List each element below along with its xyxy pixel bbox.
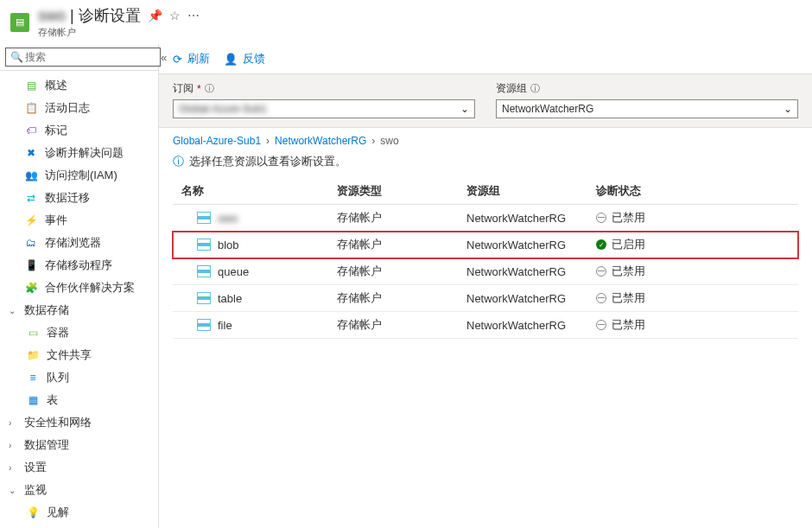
status-disabled-icon: [596, 213, 606, 223]
chevron-right-icon: ›: [9, 463, 17, 473]
chevron-right-icon: ›: [9, 441, 17, 450]
sidebar-item-activity-log[interactable]: 📋活动日志: [0, 97, 158, 119]
fileshare-icon: 📁: [26, 348, 40, 362]
storage-icon: [197, 292, 211, 304]
row-type: 存储帐户: [337, 264, 466, 279]
page-subtitle: 存储帐户: [38, 26, 200, 39]
resources-table: 名称 资源类型 资源组 诊断状态 swo存储帐户NetworkWatcherRG…: [159, 178, 812, 339]
info-icon: ⓘ: [530, 82, 540, 95]
table-row[interactable]: file存储帐户NetworkWatcherRG已禁用: [173, 312, 798, 339]
resource-group-select[interactable]: NetworkWatcherRG⌄: [496, 99, 798, 118]
search-input[interactable]: [5, 48, 161, 67]
mobile-icon: 📱: [24, 258, 38, 272]
sidebar-group-security[interactable]: ›安全性和网络: [0, 411, 158, 434]
tag-icon: 🏷: [24, 124, 38, 137]
puzzle-icon: 🧩: [24, 281, 38, 295]
sidebar-group-monitoring[interactable]: ⌄监视: [0, 479, 158, 501]
title-separator: |: [70, 7, 79, 24]
row-rg: NetworkWatcherRG: [466, 265, 596, 278]
more-icon[interactable]: ⋯: [187, 9, 200, 22]
chevron-down-icon: ⌄: [460, 103, 469, 115]
col-type: 资源类型: [337, 183, 466, 199]
table-row[interactable]: swo存储帐户NetworkWatcherRG已禁用: [173, 205, 798, 232]
row-name: blob: [218, 239, 239, 251]
star-icon[interactable]: ☆: [169, 9, 181, 22]
chevron-down-icon: ⌄: [783, 103, 792, 115]
sidebar-group-data-management[interactable]: ›数据管理: [0, 434, 158, 456]
info-icon: ⓘ: [205, 82, 214, 95]
chevron-right-icon: ›: [371, 135, 375, 147]
sidebar-item-partner-solutions[interactable]: 🧩合作伙伴解决方案: [0, 277, 158, 299]
status-disabled-icon: [596, 320, 606, 330]
row-name: swo: [218, 212, 238, 225]
row-status: 已禁用: [596, 264, 717, 279]
subscription-label: 订阅*ⓘ: [173, 81, 475, 96]
chevron-right-icon: ›: [266, 135, 270, 147]
lightning-icon: ⚡: [24, 213, 38, 227]
people-icon: 👥: [24, 169, 38, 182]
col-status: 诊断状态: [596, 183, 717, 199]
sidebar-item-diagnose-solve[interactable]: ✖诊断并解决问题: [0, 142, 158, 164]
sidebar-item-overview[interactable]: ▤概述: [0, 74, 158, 97]
chevron-down-icon: ⌄: [9, 306, 17, 315]
info-icon: ⓘ: [173, 154, 184, 169]
overview-icon: ▤: [24, 79, 38, 92]
chevron-down-icon: ⌄: [9, 486, 17, 495]
row-name: file: [218, 319, 232, 332]
sidebar: 🔍 « ▤概述 📋活动日志 🏷标记 ✖诊断并解决问题 👥访问控制(IAM) ⇄数…: [0, 44, 159, 528]
filter-bar: 订阅*ⓘ Global-Azure-Sub1⌄ 资源组ⓘ NetworkWatc…: [159, 73, 812, 128]
sidebar-item-tags[interactable]: 🏷标记: [0, 119, 158, 142]
row-rg: NetworkWatcherRG: [466, 239, 596, 251]
table-icon: ▦: [26, 393, 40, 407]
row-rg: NetworkWatcherRG: [466, 319, 596, 332]
sidebar-group-data-storage[interactable]: ⌄数据存储: [0, 299, 158, 321]
storage-account-icon: ▤: [10, 13, 29, 32]
log-icon: 📋: [24, 101, 38, 115]
table-row[interactable]: queue存储帐户NetworkWatcherRG已禁用: [173, 258, 798, 285]
resource-name: swo: [38, 7, 66, 24]
sidebar-group-settings[interactable]: ›设置: [0, 456, 158, 479]
breadcrumb-subscription[interactable]: Global-Azure-Sub1: [173, 135, 261, 147]
refresh-button[interactable]: ⟳刷新: [173, 51, 210, 67]
row-type: 存储帐户: [337, 317, 466, 333]
feedback-button[interactable]: 👤反馈: [224, 51, 265, 67]
hint-row: ⓘ 选择任意资源以查看诊断设置。: [159, 150, 812, 178]
sidebar-item-tables[interactable]: ▦表: [0, 389, 158, 411]
sidebar-item-containers[interactable]: ▭容器: [0, 321, 158, 344]
sidebar-item-migration[interactable]: ⇄数据迁移: [0, 187, 158, 209]
row-type: 存储帐户: [337, 210, 466, 226]
container-icon: ▭: [26, 326, 40, 340]
row-type: 存储帐户: [337, 237, 466, 252]
main-content: ⟳刷新 👤反馈 订阅*ⓘ Global-Azure-Sub1⌄ 资源组ⓘ Net…: [159, 44, 812, 528]
pin-icon[interactable]: 📌: [148, 9, 162, 22]
col-name: 名称: [181, 183, 337, 199]
sidebar-item-alerts[interactable]: 🔔提醒: [0, 524, 158, 528]
queue-icon: ≡: [26, 371, 40, 385]
sidebar-item-storage-mobile[interactable]: 📱存储移动程序: [0, 254, 158, 277]
sidebar-item-storage-browser[interactable]: 🗂存储浏览器: [0, 232, 158, 254]
row-type: 存储帐户: [337, 290, 466, 306]
status-disabled-icon: [596, 293, 606, 303]
row-status: ✓已启用: [596, 237, 717, 252]
subscription-select[interactable]: Global-Azure-Sub1⌄: [173, 99, 475, 118]
table-header: 名称 资源类型 资源组 诊断状态: [173, 178, 798, 205]
chevron-right-icon: ›: [9, 418, 17, 428]
table-row[interactable]: blob存储帐户NetworkWatcherRG✓已启用: [173, 232, 798, 258]
resource-group-label: 资源组ⓘ: [496, 81, 798, 96]
sidebar-item-file-shares[interactable]: 📁文件共享: [0, 344, 158, 366]
row-rg: NetworkWatcherRG: [466, 212, 596, 225]
table-row[interactable]: table存储帐户NetworkWatcherRG已禁用: [173, 285, 798, 312]
storage-icon: [197, 319, 211, 331]
migration-icon: ⇄: [24, 191, 38, 205]
breadcrumb-resource-group[interactable]: NetworkWatcherRG: [275, 135, 366, 147]
sidebar-item-insights[interactable]: 💡见解: [0, 501, 158, 524]
row-name: table: [218, 292, 242, 305]
hint-text: 选择任意资源以查看诊断设置。: [189, 154, 346, 169]
refresh-icon: ⟳: [173, 53, 182, 66]
sidebar-item-iam[interactable]: 👥访问控制(IAM): [0, 164, 158, 187]
sidebar-item-events[interactable]: ⚡事件: [0, 209, 158, 232]
sidebar-item-queues[interactable]: ≡队列: [0, 366, 158, 389]
breadcrumb: Global-Azure-Sub1 › NetworkWatcherRG › s…: [159, 128, 812, 150]
page-header: ▤ swo | 诊断设置 📌 ☆ ⋯ 存储帐户: [0, 0, 812, 44]
page-title: 诊断设置: [79, 7, 141, 24]
